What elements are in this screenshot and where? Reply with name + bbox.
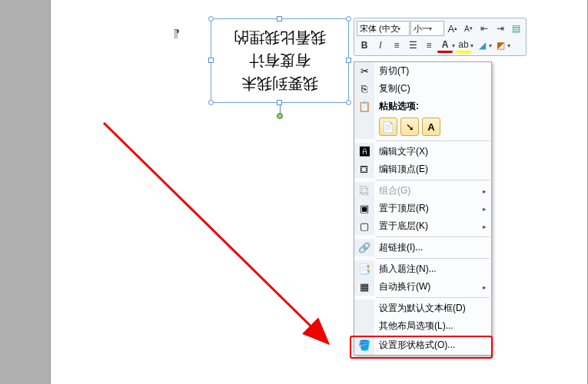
resize-handle-sw[interactable] <box>208 100 214 105</box>
wrap-icon: ▦ <box>354 281 374 293</box>
menu-bring-to-front[interactable]: ▣置于顶层(R)▸ <box>354 200 491 217</box>
menu-edit-points[interactable]: ⛋编辑顶点(E) <box>354 161 491 178</box>
menu-format-shape[interactable]: 🪣设置形状格式(O)... <box>354 335 491 355</box>
paste-icon: 📋 <box>354 101 374 112</box>
resize-handle-w[interactable] <box>208 58 214 63</box>
highlight-button[interactable]: ab <box>456 38 471 53</box>
submenu-arrow-icon: ▸ <box>483 205 487 213</box>
resize-handle-nw[interactable] <box>208 16 214 22</box>
shape-fill-button[interactable]: ◢ <box>474 38 490 53</box>
menu-send-to-back[interactable]: ▢置于底层(K)▸ <box>354 217 491 235</box>
mini-toolbar: 宋体 (中文▾ 小一▾ A▴ A▾ ⇤ ⇥ ▤ B I ≡ ☰ ≡ A▾ ab▾… <box>354 18 527 56</box>
italic-button[interactable]: I <box>373 38 388 53</box>
increase-indent-button[interactable]: ⇥ <box>493 21 508 36</box>
send-back-icon: ▢ <box>354 220 374 232</box>
menu-insert-caption[interactable]: 📑插入题注(N)... <box>354 260 491 278</box>
paste-keep-formatting[interactable]: 📄 <box>379 118 397 136</box>
bullets-button[interactable]: ▤ <box>508 21 523 36</box>
align-center-button[interactable]: ☰ <box>405 38 420 53</box>
hyperlink-icon: 🔗 <box>354 242 374 253</box>
edit-points-icon: ⛋ <box>354 164 374 175</box>
caption-icon: 📑 <box>354 263 374 275</box>
text-box[interactable]: 我要到我未 有度有计 我看比我埋的 <box>211 18 349 103</box>
bold-button[interactable]: B <box>357 38 372 53</box>
text-box-content: 我要到我未 有度有计 我看比我埋的 <box>211 19 348 102</box>
bring-front-icon: ▣ <box>354 203 374 214</box>
resize-handle-se[interactable] <box>346 100 351 105</box>
shrink-font-button[interactable]: A▾ <box>461 21 477 36</box>
copy-icon: ⎘ <box>354 83 374 94</box>
context-menu: ✂剪切(T) ⎘复制(C) 📋粘贴选项: 📄 ➘ A 🅰编辑文字(X) ⛋编辑顶… <box>354 61 492 356</box>
menu-edit-text[interactable]: 🅰编辑文字(X) <box>354 143 491 161</box>
menu-set-default-textbox[interactable]: 设置为默认文本框(D) <box>354 300 491 317</box>
separator <box>376 141 490 141</box>
separator <box>376 258 490 259</box>
menu-more-layout-options[interactable]: 其他布局选项(L)... <box>354 317 491 335</box>
separator <box>376 180 490 180</box>
resize-handle-n[interactable] <box>277 16 282 22</box>
rotate-handle[interactable] <box>277 113 283 119</box>
decrease-indent-button[interactable]: ⇤ <box>477 21 492 36</box>
scissors-icon: ✂ <box>354 65 374 77</box>
align-left-button[interactable]: ≡ <box>389 38 404 53</box>
menu-copy[interactable]: ⎘复制(C) <box>354 80 491 98</box>
paste-options-row: 📄 ➘ A <box>354 114 491 139</box>
menu-paste-heading: 📋粘贴选项: <box>354 98 491 114</box>
font-family-select[interactable]: 宋体 (中文▾ <box>357 21 410 36</box>
text-line-1: 我要到我未 <box>241 72 318 95</box>
shape-outline-button[interactable]: ◩ <box>493 38 508 53</box>
submenu-arrow-icon: ▸ <box>483 283 487 291</box>
format-shape-icon: 🪣 <box>354 339 374 351</box>
separator <box>376 297 490 298</box>
paragraph-mark: ¶ <box>174 27 180 39</box>
resize-handle-ne[interactable] <box>346 16 351 22</box>
resize-handle-e[interactable] <box>346 58 351 63</box>
menu-wrap-text[interactable]: ▦自动换行(W)▸ <box>354 278 491 296</box>
paste-text-only[interactable]: A <box>422 118 440 136</box>
group-icon: ⿻ <box>354 185 374 197</box>
menu-group: ⿻组合(G)▸ <box>354 182 491 200</box>
menu-hyperlink[interactable]: 🔗超链接(I)... <box>354 239 491 257</box>
align-right-button[interactable]: ≡ <box>421 38 437 53</box>
grow-font-button[interactable]: A▴ <box>445 21 460 36</box>
separator <box>376 237 490 237</box>
font-color-button[interactable]: A <box>437 38 453 53</box>
paste-merge[interactable]: ➘ <box>400 118 419 136</box>
menu-cut[interactable]: ✂剪切(T) <box>354 62 491 80</box>
edit-text-icon: 🅰 <box>354 146 374 157</box>
text-line-2: 有度有计 <box>249 49 311 72</box>
text-line-3: 我看比我埋的 <box>234 26 326 49</box>
submenu-arrow-icon: ▸ <box>483 187 487 195</box>
submenu-arrow-icon: ▸ <box>483 223 487 230</box>
font-size-select[interactable]: 小一▾ <box>410 21 444 36</box>
